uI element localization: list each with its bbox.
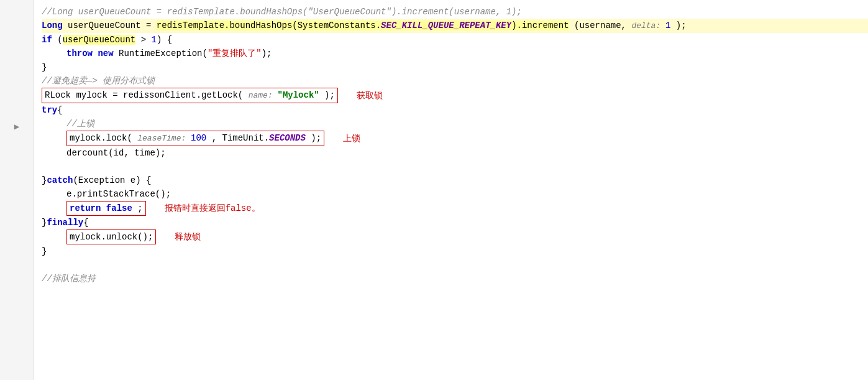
code-line-comment-avoid: //避免超卖—> 使用分布式锁 — [42, 74, 868, 88]
editor-container: ▶ //Long userQueueCount = redisTemplate.… — [0, 0, 868, 380]
code-line: //Long userQueueCount = redisTemplate.bo… — [42, 5, 868, 19]
line-content: Long userQueueCount = redisTemplate.boun… — [42, 19, 687, 33]
annotation-lock: 上锁 — [343, 132, 360, 146]
comment-line: //Long userQueueCount = redisTemplate.bo… — [42, 5, 522, 19]
code-line-comment-lock: //上锁 — [42, 117, 868, 131]
line-content: RLock mylock = redissonClient.getLock( n… — [42, 88, 383, 103]
line-content: return false ; 报错时直接返回false。 — [66, 201, 260, 216]
line-content: throw new RuntimeException("重复排队了"); — [66, 47, 272, 60]
line-content: mylock.lock( leaseTime: 100 , TimeUnit.S… — [66, 131, 360, 146]
code-line-finally: } finally { — [42, 216, 868, 229]
code-line-blank — [42, 160, 868, 174]
cursor-arrow: ▶ — [14, 121, 19, 132]
code-line-throw: throw new RuntimeException("重复排队了"); — [42, 47, 868, 60]
code-line-rlock: RLock mylock = redissonClient.getLock( n… — [42, 88, 868, 103]
code-line-userqueue: Long userQueueCount = redisTemplate.boun… — [42, 19, 868, 33]
code-line-mylock-unlock: mylock.unlock(); 释放锁 — [42, 229, 868, 244]
annotation-unlock: 释放锁 — [175, 230, 201, 244]
code-line-if: if (userQueueCount > 1) { — [42, 33, 868, 47]
code-line-return-false: return false ; 报错时直接返回false。 — [42, 201, 868, 216]
code-line-close1: } — [42, 60, 868, 74]
code-line-blank2 — [42, 258, 868, 272]
code-line-printstacktrace: e.printStackTrace(); — [42, 187, 868, 201]
annotation-returnfalse: 报错时直接返回false。 — [165, 202, 260, 215]
annotation-getlock: 获取锁 — [357, 89, 383, 103]
code-line-mylock-lock: mylock.lock( leaseTime: 100 , TimeUnit.S… — [42, 131, 868, 146]
line-content: mylock.unlock(); 释放锁 — [66, 229, 201, 244]
code-line-try: try { — [42, 103, 868, 117]
code-line-dercount: dercount(id, time); — [42, 146, 868, 160]
code-line-close2: } — [42, 244, 868, 258]
code-line-catch: } catch (Exception e) { — [42, 174, 868, 187]
line-content: if (userQueueCount > 1) { — [42, 33, 172, 47]
code-line-comment-bottom: //排队信息持 — [42, 272, 868, 285]
line-gutter: ▶ — [0, 0, 34, 380]
code-area[interactable]: //Long userQueueCount = redisTemplate.bo… — [34, 0, 868, 380]
